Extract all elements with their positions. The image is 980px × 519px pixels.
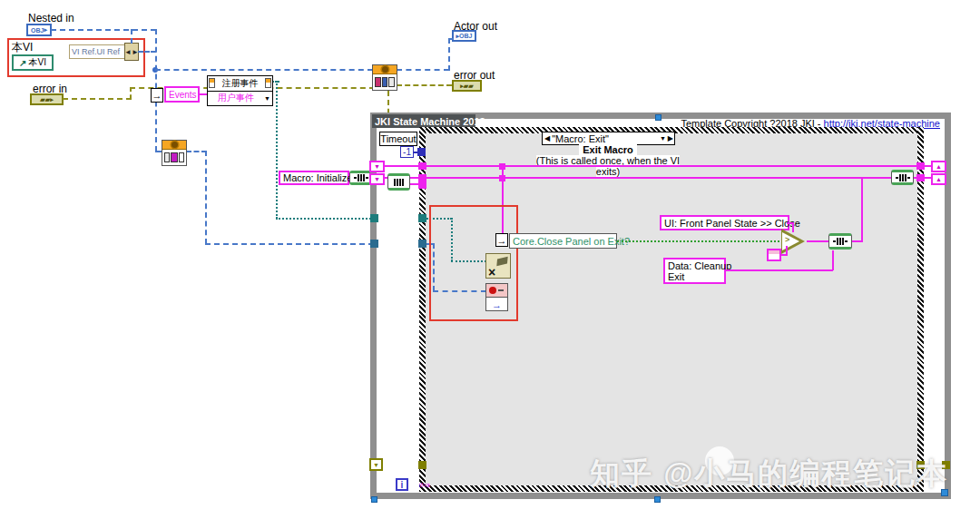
property-node-text: VI Ref.UI Ref [72, 47, 120, 56]
arrow-icon: → [152, 90, 162, 101]
nested-in-terminal[interactable]: OBJ▸ [26, 24, 52, 36]
wire-error-out [397, 84, 452, 86]
merge-refnum-icon[interactable]: ◄► [124, 43, 139, 61]
wire-state-queue [385, 177, 891, 179]
wire-cleanup-rise [832, 250, 834, 270]
wire-actor-out [397, 69, 449, 71]
arrow-icon: → [492, 299, 502, 310]
shift-register-error[interactable]: ▼ [369, 458, 383, 471]
selection-handle[interactable] [371, 496, 377, 503]
corner-note: It=a [419, 482, 430, 488]
release-reference-node[interactable]: → [485, 283, 508, 311]
gear-icon [382, 66, 388, 73]
shift-register-right-2[interactable]: ▲ [931, 173, 946, 185]
error-out-terminal[interactable]: ▸▰▰ [452, 80, 482, 92]
terminal-arrow-icon: ▸ [44, 26, 47, 34]
tunnel-error [418, 461, 426, 469]
case-heading: Exit Macro [579, 144, 637, 155]
iteration-glyph: i [401, 480, 404, 490]
error-in-terminal[interactable]: ▰▰▸ [30, 93, 64, 105]
core-close-panel-setting[interactable]: Core.Close Panel on Exit? [509, 233, 617, 249]
user-event-source: 用户事件 [208, 92, 264, 104]
register-node-top-row: 注册事件 [208, 76, 272, 92]
wire-vi-b-drop [205, 151, 207, 244]
error-cluster-glyph: ▰▰▸ [40, 96, 53, 103]
data-cleanup-line1: Data: Cleanup [668, 260, 731, 271]
add-states-to-queue-icon[interactable] [828, 233, 852, 250]
data-cleanup-line2: Exit [668, 271, 684, 282]
loop-title-text: JKI State Machine 2018 [375, 116, 485, 127]
loop-iteration-terminal[interactable]: i [396, 478, 408, 491]
events-string-constant[interactable]: Events [164, 86, 200, 103]
red-dot-icon [489, 287, 496, 294]
benvi-terminal[interactable]: ↗ 本VI [12, 54, 54, 71]
benvi-label: 本VI [12, 40, 33, 55]
selection-handle[interactable] [655, 114, 662, 121]
macro-initialize-text: Macro: Initialize [283, 172, 352, 183]
tunnel-magenta [418, 181, 426, 189]
tunnel-magenta [916, 162, 925, 170]
case-border-right[interactable] [917, 127, 924, 492]
property-node-vi-ref-ui-ref[interactable]: VI Ref.UI Ref [69, 44, 125, 59]
dyn-event-refnum-icon [265, 78, 271, 88]
release-node-top [486, 284, 507, 298]
actor-stop-vi-icon[interactable] [372, 64, 397, 91]
obj-type-text: OBJ [31, 27, 44, 34]
tunnel-magenta [418, 162, 426, 170]
wire-event-reg-drop [276, 81, 278, 219]
wire-object-to-actor-vi [155, 69, 373, 71]
gear-icon [172, 142, 178, 148]
tunnel-magenta [916, 174, 925, 181]
wire-cleanup-string [726, 269, 833, 271]
case-next-icon[interactable]: ▶ [668, 134, 673, 142]
wire-boolean-select [617, 240, 783, 242]
case-dropdown-icon[interactable]: ▼ [660, 135, 666, 142]
wire-error-in [63, 98, 132, 100]
tunnel-object [418, 240, 426, 248]
timeout-constant[interactable]: -1 [400, 146, 414, 158]
queue-ref-arrow-node[interactable]: → [151, 88, 163, 103]
dequeue-state-icon[interactable] [387, 173, 410, 191]
wire-timeout [414, 152, 419, 153]
dyn-event-refnum-icon [209, 78, 215, 88]
shift-register-left-2[interactable]: ▼ [369, 173, 385, 185]
wire-enqueue-rise [861, 178, 863, 241]
register-for-events-node[interactable]: 注册事件 用户事件 ▼ [207, 75, 273, 106]
wire-false-string-rise [786, 246, 788, 255]
wire-events-name [200, 93, 207, 95]
case-prev-icon[interactable]: ◀ [544, 134, 550, 142]
tunnel-event-reg [370, 214, 378, 222]
state-queue-out-icon[interactable] [891, 170, 914, 185]
events-constant-text: Events [169, 90, 197, 100]
macro-initialize-constant[interactable]: Macro: Initialize [279, 171, 349, 185]
loop-title-label: JKI State Machine 2018 [372, 114, 475, 128]
arrow-icon: → [497, 235, 507, 246]
wire-nested-in-drop [131, 29, 132, 44]
vi-banner [373, 65, 397, 74]
timeout-value-text: -1 [403, 147, 411, 157]
selection-handle[interactable] [654, 496, 661, 503]
vi-ref-arrow-icon: ↗ [19, 58, 26, 68]
case-selector[interactable]: ◀ "Macro: Exit" ▼ ▶ [542, 132, 675, 145]
wire-state-string-top [385, 165, 932, 167]
register-node-event-row[interactable]: 用户事件 ▼ [208, 92, 272, 106]
ui-front-panel-state-constant[interactable]: UI: Front Panel State >> Close [660, 215, 789, 230]
satellite-glyph [496, 257, 507, 267]
actor-out-terminal[interactable]: ▸OBJ [452, 30, 476, 42]
empty-string-constant[interactable] [767, 249, 781, 261]
data-cleanup-constant[interactable]: Data: Cleanup Exit [663, 258, 726, 284]
chevron-down-icon[interactable]: ▼ [264, 95, 270, 102]
unregister-events-icon[interactable]: × [485, 253, 511, 279]
core-close-text: Core.Close Panel on Exit? [513, 236, 630, 247]
obj-type-text: OBJ [459, 33, 472, 39]
create-event-vi-icon[interactable] [162, 140, 187, 166]
wire-nested-in [51, 29, 156, 31]
shift-register-right-1[interactable]: ▲ [931, 161, 946, 172]
vi-banner [162, 141, 186, 150]
timeout-label: Timeout [379, 132, 417, 146]
nested-in-label: Nested in [28, 12, 74, 24]
register-node-title: 注册事件 [215, 77, 265, 90]
get-setting-arrow-node[interactable]: → [495, 233, 508, 247]
labview-block-diagram: Nested in OBJ▸ 本VI ↗ 本VI VI Ref.UI Ref ◄… [0, 0, 980, 519]
shift-register-left-1[interactable]: ▼ [369, 161, 385, 172]
